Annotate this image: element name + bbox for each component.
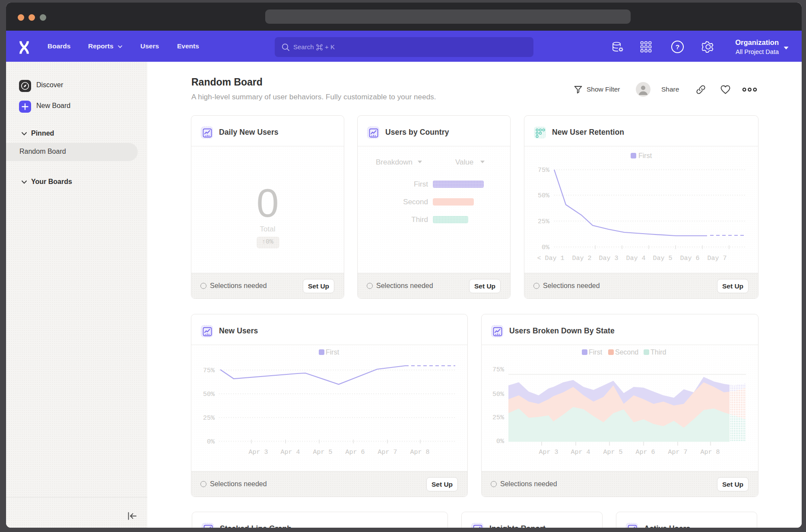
svg-text:First: First	[589, 348, 603, 356]
svg-text:50%: 50%	[538, 192, 550, 200]
svg-text:Apr 8: Apr 8	[700, 449, 720, 456]
svg-text:Day 2: Day 2	[572, 255, 591, 262]
svg-text:Apr 4: Apr 4	[571, 449, 590, 456]
svg-text:Day 5: Day 5	[653, 255, 672, 262]
svg-text:Apr 7: Apr 7	[378, 449, 397, 456]
svg-text:Apr 4: Apr 4	[280, 449, 300, 456]
svg-text:Day 3: Day 3	[599, 255, 618, 262]
svg-text:Apr 3: Apr 3	[539, 449, 558, 456]
svg-text:Second: Second	[615, 348, 638, 356]
svg-text:First: First	[638, 152, 652, 159]
svg-text:Apr 5: Apr 5	[603, 449, 622, 456]
svg-text:Third: Third	[651, 348, 666, 356]
svg-text:0%: 0%	[542, 244, 550, 251]
svg-text:75%: 75%	[492, 366, 505, 374]
svg-text:0%: 0%	[496, 438, 505, 445]
svg-text:Apr 6: Apr 6	[635, 449, 655, 456]
svg-text:0%: 0%	[207, 438, 215, 446]
svg-text:25%: 25%	[538, 218, 550, 225]
svg-text:25%: 25%	[203, 415, 215, 422]
svg-text:25%: 25%	[492, 414, 505, 421]
svg-text:Apr 7: Apr 7	[668, 449, 687, 456]
svg-text:Apr 8: Apr 8	[410, 449, 429, 456]
svg-text:First: First	[326, 348, 340, 356]
svg-text:Day 6: Day 6	[680, 255, 699, 262]
svg-text:50%: 50%	[203, 391, 215, 398]
svg-text:Day 4: Day 4	[626, 255, 645, 262]
svg-text:50%: 50%	[492, 391, 505, 398]
svg-text:Apr 6: Apr 6	[345, 449, 365, 456]
svg-text:75%: 75%	[203, 367, 215, 374]
svg-text:75%: 75%	[538, 167, 550, 174]
svg-text:Day 7: Day 7	[707, 255, 727, 262]
svg-text:<: <	[537, 255, 541, 262]
svg-text:Day 1: Day 1	[545, 255, 564, 262]
svg-text:Apr 5: Apr 5	[313, 449, 332, 456]
svg-text:Apr 3: Apr 3	[248, 449, 268, 456]
